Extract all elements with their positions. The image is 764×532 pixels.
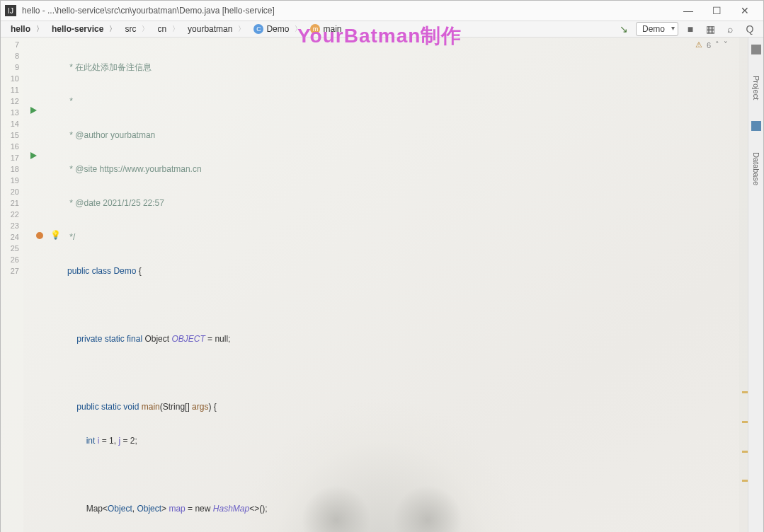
editor-inspections[interactable]: ⚠ 6 ˄ ˅ xyxy=(695,40,728,50)
breadcrumb-class[interactable]: CDemo xyxy=(249,23,306,35)
run-with-coverage-icon[interactable]: ▦ xyxy=(702,21,718,37)
method-icon: m xyxy=(310,24,320,34)
stop-icon[interactable]: ■ xyxy=(683,21,698,37)
window-close-button[interactable]: ✕ xyxy=(731,1,759,21)
warning-count: 6 xyxy=(707,41,711,50)
intention-bulb-icon[interactable]: 💡 xyxy=(50,230,59,238)
main-area: 789101112131415161718192021222324252627 … xyxy=(1,37,763,532)
breadcrumb-yourbatman[interactable]: yourbatman xyxy=(183,23,249,35)
line-gutter: 789101112131415161718192021222324252627 xyxy=(1,37,23,532)
run-main-gutter-icon[interactable] xyxy=(30,152,39,161)
run-class-gutter-icon[interactable] xyxy=(30,107,39,115)
run-config-selector[interactable]: Demo xyxy=(636,22,678,36)
window-titlebar: IJ hello - ...\hello-service\src\cn\your… xyxy=(1,1,763,21)
app-icon: IJ xyxy=(5,5,16,16)
right-rail-project[interactable]: Project xyxy=(752,76,760,100)
breadcrumb-hello[interactable]: hello xyxy=(6,23,47,35)
gutter-icons: 💡 xyxy=(23,37,60,532)
warning-icon: ⚠ xyxy=(695,40,702,50)
right-tool-rail: Project Database Structure xyxy=(748,37,763,532)
window-title: hello - ...\hello-service\src\cn\yourbat… xyxy=(22,6,674,16)
breakpoint-icon[interactable] xyxy=(36,232,45,241)
navigation-bar: hello hello-service src cn yourbatman CD… xyxy=(1,21,763,37)
database-tool-icon[interactable] xyxy=(751,121,761,131)
search-icon[interactable]: Q xyxy=(742,21,758,37)
breadcrumb-hello-service[interactable]: hello-service xyxy=(47,23,120,35)
breadcrumb-method[interactable]: mmain xyxy=(306,23,351,35)
code-area[interactable]: * 在此处添加备注信息 * * @author yourbatman * @si… xyxy=(60,37,739,532)
breadcrumb-method-label: main xyxy=(323,24,341,34)
chevron-down-icon[interactable]: ˅ xyxy=(724,40,728,50)
breadcrumb-src[interactable]: src xyxy=(120,23,153,35)
right-rail-database[interactable]: Database xyxy=(752,152,760,185)
window-maximize-button[interactable]: ☐ xyxy=(702,1,731,21)
breadcrumb-class-label: Demo xyxy=(266,24,289,34)
breadcrumb-cn[interactable]: cn xyxy=(153,23,183,35)
window-minimize-button[interactable]: — xyxy=(674,1,702,21)
chevron-up-icon[interactable]: ˄ xyxy=(715,40,719,50)
class-icon: C xyxy=(253,24,263,34)
project-tool-icon[interactable] xyxy=(751,45,761,54)
search-everywhere-icon[interactable]: ⌕ xyxy=(722,21,738,37)
build-icon[interactable]: ↘ xyxy=(616,21,632,37)
editor-scrollbar[interactable] xyxy=(739,37,748,532)
code-editor[interactable]: 789101112131415161718192021222324252627 … xyxy=(1,37,748,532)
